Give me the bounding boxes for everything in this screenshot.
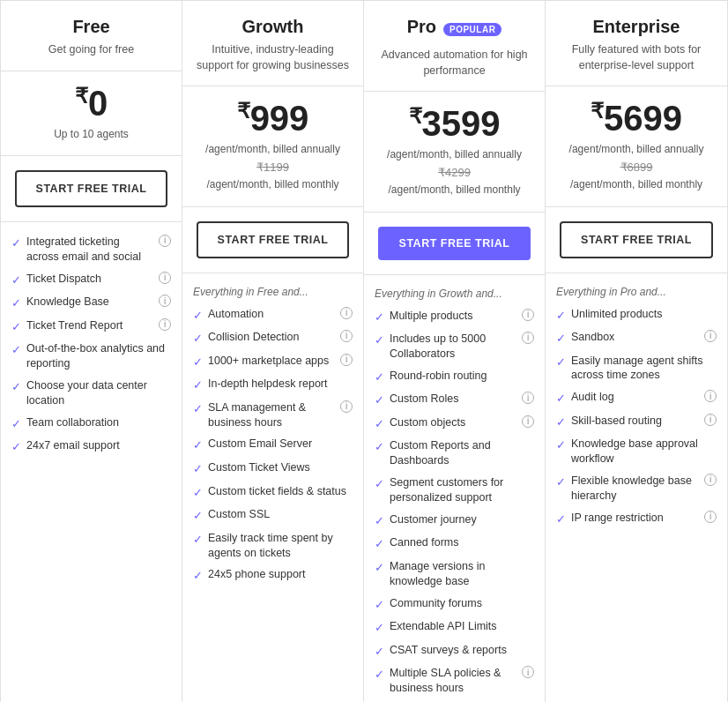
info-icon[interactable]: i: [704, 414, 717, 426]
check-icon: ✓: [193, 401, 203, 417]
price-monthly-pro: /agent/month, billed monthly: [378, 182, 531, 198]
info-icon[interactable]: i: [704, 390, 717, 402]
feature-text: Extendable API Limits: [390, 619, 534, 634]
feature-text: Community forums: [390, 596, 534, 611]
check-icon: ✓: [11, 319, 21, 335]
plan-price-pro: ₹3599/agent/month, billed annually₹4299/…: [364, 92, 545, 213]
list-item: ✓Choose your data center location: [11, 378, 171, 408]
info-icon[interactable]: i: [704, 330, 717, 342]
price-main-free: ₹0: [15, 86, 167, 121]
info-icon[interactable]: i: [159, 295, 171, 307]
list-item: ✓24x5 phone support: [193, 567, 353, 584]
pricing-table: FreeGet going for free₹0Up to 10 agentsS…: [0, 0, 728, 702]
price-strikethrough-pro: ₹4299: [378, 164, 531, 183]
list-item: ✓Canned forms: [375, 535, 534, 552]
list-item: ✓Flexible knowledge base hierarchyi: [556, 474, 717, 504]
check-icon: ✓: [375, 560, 384, 576]
trial-button-free[interactable]: StarT FrEE TrIAL: [15, 170, 167, 207]
info-icon[interactable]: i: [522, 666, 534, 678]
check-icon: ✓: [375, 332, 384, 348]
feature-text: Customer journey: [390, 512, 534, 527]
feature-intro-enterprise: Everything in Pro and...: [556, 286, 717, 298]
check-icon: ✓: [375, 392, 384, 408]
feature-text: Unlimited products: [571, 307, 717, 322]
check-icon: ✓: [556, 414, 566, 430]
plan-price-enterprise: ₹5699/agent/month, billed annually₹6899/…: [546, 86, 727, 207]
info-icon[interactable]: i: [340, 330, 353, 342]
list-item: ✓Ticket Dispatchi: [11, 272, 171, 288]
feature-text: Round-robin routing: [390, 369, 534, 384]
check-icon: ✓: [193, 308, 203, 324]
list-item: ✓Multiple SLA policies & business hoursi: [375, 666, 534, 696]
info-icon[interactable]: i: [522, 415, 534, 428]
info-icon[interactable]: i: [159, 235, 171, 247]
feature-text: Custom Ticket Views: [208, 460, 353, 475]
feature-text: Team collaboration: [26, 415, 171, 430]
check-icon: ✓: [375, 536, 384, 552]
trial-button-pro[interactable]: START FREE TRIAL: [378, 227, 531, 260]
check-icon: ✓: [556, 512, 566, 527]
info-icon[interactable]: i: [159, 318, 171, 331]
info-icon[interactable]: i: [522, 392, 534, 404]
plan-col-free: FreeGet going for free₹0Up to 10 agentsS…: [1, 1, 182, 702]
feature-text: Segment customers for personalized suppo…: [390, 475, 534, 505]
feature-intro-growth: Everything in Free and...: [193, 286, 353, 298]
check-icon: ✓: [556, 308, 566, 324]
info-icon[interactable]: i: [159, 272, 171, 284]
feature-text: Collision Detection: [208, 330, 333, 345]
list-item: ✓Multiple productsi: [375, 309, 534, 325]
currency-symbol: ₹: [591, 99, 604, 123]
price-monthly-growth: /agent/month, billed monthly: [197, 176, 349, 193]
list-item: ✓Team collaboration: [11, 415, 171, 432]
plan-desc-free: Get going for free: [15, 42, 167, 58]
check-icon: ✓: [375, 416, 384, 432]
plan-header-enterprise: EnterpriseFully featured with bots for e…: [546, 1, 727, 86]
list-item: ✓Automationi: [193, 307, 353, 324]
info-icon[interactable]: i: [340, 354, 353, 366]
list-item: ✓Community forums: [375, 596, 534, 613]
list-item: ✓Easily manage agent shifts across time …: [556, 354, 717, 384]
info-icon[interactable]: i: [522, 309, 534, 321]
feature-text: Multiple products: [390, 309, 515, 324]
list-item: ✓Integrated ticketing across email and s…: [11, 235, 171, 265]
feature-text: Skill-based routing: [571, 414, 697, 429]
feature-text: Flexible knowledge base hierarchy: [571, 474, 697, 504]
check-icon: ✓: [556, 474, 566, 490]
feature-text: Canned forms: [390, 535, 534, 550]
price-note-growth: /agent/month, billed annually: [197, 141, 349, 158]
list-item: ✓Ticket Trend Reporti: [11, 318, 171, 335]
feature-text: Knowledge Base: [26, 295, 152, 310]
list-item: ✓Extendable API Limits: [375, 619, 534, 636]
info-icon[interactable]: i: [704, 511, 717, 523]
list-item: ✓Custom Email Server: [193, 437, 353, 453]
info-icon[interactable]: i: [340, 307, 353, 319]
currency-symbol: ₹: [409, 104, 422, 128]
check-icon: ✓: [193, 568, 203, 584]
list-item: ✓Custom Ticket Views: [193, 460, 353, 477]
info-icon[interactable]: i: [704, 474, 717, 486]
price-strikethrough-enterprise: ₹6899: [560, 159, 713, 177]
price-main-growth: ₹999: [197, 101, 349, 136]
feature-text: Includes up to 5000 Collaborators: [390, 332, 515, 362]
feature-text: Out-of-the-box analytics and reporting: [26, 341, 171, 371]
trial-button-enterprise[interactable]: START FREE TRIAL: [560, 221, 713, 258]
plan-desc-pro: Advanced automation for high performance: [378, 48, 531, 78]
feature-text: Automation: [208, 307, 333, 322]
plan-col-growth: GrowthIntuitive, industry-leading suppor…: [182, 1, 364, 702]
trial-button-growth[interactable]: START FREE TRIAL: [197, 221, 349, 258]
check-icon: ✓: [375, 597, 384, 613]
check-icon: ✓: [11, 416, 21, 432]
feature-text: Easily track time spent by agents on tic…: [208, 531, 353, 561]
check-icon: ✓: [556, 355, 566, 370]
feature-text: 24x5 phone support: [208, 567, 353, 582]
info-icon[interactable]: i: [522, 332, 534, 344]
feature-text: Ticket Trend Report: [26, 318, 152, 333]
price-note-free: Up to 10 agents: [15, 126, 167, 143]
plan-col-enterprise: EnterpriseFully featured with bots for e…: [546, 1, 727, 702]
check-icon: ✓: [193, 355, 203, 370]
info-icon[interactable]: i: [340, 400, 353, 413]
plan-desc-growth: Intuitive, industry-leading support for …: [197, 42, 349, 73]
feature-text: 1000+ marketplace apps: [208, 354, 333, 369]
feature-text: 24x7 email support: [26, 438, 171, 453]
list-item: ✓SLA management & business hoursi: [193, 400, 353, 430]
